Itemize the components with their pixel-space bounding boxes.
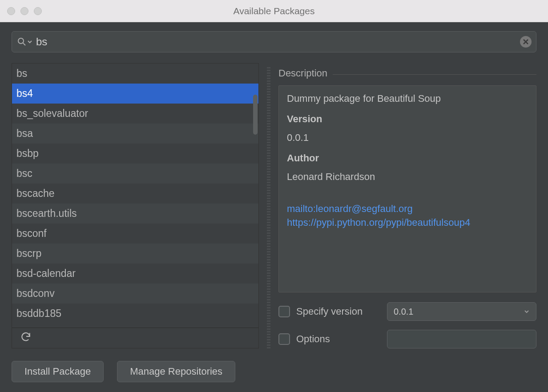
chevron-down-icon [27, 39, 32, 44]
window-title: Available Packages [0, 6, 548, 16]
version-label: Version [287, 113, 528, 125]
options-row: Options [278, 330, 536, 348]
package-list-item[interactable]: bsconf [12, 224, 258, 244]
options-checkbox[interactable] [278, 333, 290, 345]
refresh-toolbar [12, 328, 258, 348]
package-list-panel: bsbs4bs_solevaluatorbsabsbpbscbscachebsc… [12, 63, 259, 348]
window-titlebar: Available Packages [0, 0, 548, 22]
options-input[interactable] [387, 330, 536, 348]
package-list-item[interactable]: bs_solevaluator [12, 104, 258, 124]
package-list-item[interactable]: bscache [12, 184, 258, 204]
install-package-button[interactable]: Install Package [12, 361, 104, 382]
description-panel: Description Dummy package for Beautiful … [278, 63, 536, 348]
package-summary: Dummy package for Beautiful Soup [287, 93, 528, 104]
package-list-item[interactable]: bscrp [12, 244, 258, 264]
clear-search-icon[interactable] [520, 36, 532, 48]
manage-repositories-button[interactable]: Manage Repositories [117, 361, 235, 382]
minimize-window-icon[interactable] [20, 7, 28, 15]
author-value: Leonard Richardson [287, 171, 528, 183]
list-scrollbar[interactable] [253, 95, 258, 135]
package-list-item[interactable]: bs4 [12, 84, 258, 104]
package-list-item[interactable]: bsa [12, 124, 258, 144]
author-label: Author [287, 152, 528, 164]
version-select-value: 0.0.1 [394, 307, 413, 317]
package-list-item[interactable]: bsddb185 [12, 304, 258, 324]
splitter-handle[interactable] [267, 66, 270, 348]
specify-version-row: Specify version 0.0.1 [278, 302, 536, 321]
description-heading-row: Description [278, 68, 536, 79]
window-body: bsbs4bs_solevaluatorbsabsbpbscbscachebsc… [0, 22, 548, 392]
maximize-window-icon[interactable] [34, 7, 42, 15]
package-list-item[interactable]: bs [12, 64, 258, 84]
description-heading: Description [278, 68, 327, 79]
traffic-lights [0, 7, 42, 15]
specify-version-checkbox[interactable] [278, 306, 290, 317]
package-list-item[interactable]: bsdconv [12, 284, 258, 304]
search-input[interactable] [32, 36, 520, 48]
mailto-link[interactable]: mailto:leonardr@segfault.org [287, 202, 528, 216]
close-window-icon[interactable] [7, 7, 15, 15]
svg-point-0 [18, 38, 24, 44]
search-icon [16, 36, 32, 47]
svg-line-1 [23, 43, 25, 45]
package-list-item[interactable]: bscearth.utils [12, 204, 258, 224]
package-list-item[interactable]: bsd-calendar [12, 264, 258, 284]
refresh-icon[interactable] [20, 331, 32, 345]
package-list-item[interactable]: bsc [12, 164, 258, 184]
version-select[interactable]: 0.0.1 [387, 302, 536, 321]
package-list: bsbs4bs_solevaluatorbsabsbpbscbscachebsc… [12, 64, 258, 324]
search-field-wrap [12, 31, 536, 52]
chevron-down-icon [524, 307, 530, 317]
options-label: Options [296, 333, 381, 345]
homepage-link[interactable]: https://pypi.python.org/pypi/beautifulso… [287, 216, 528, 230]
specify-version-label: Specify version [296, 306, 381, 317]
heading-divider [333, 74, 536, 75]
description-box: Dummy package for Beautiful Soup Version… [278, 85, 536, 292]
package-list-item[interactable]: bsbp [12, 144, 258, 164]
version-value: 0.0.1 [287, 132, 528, 144]
